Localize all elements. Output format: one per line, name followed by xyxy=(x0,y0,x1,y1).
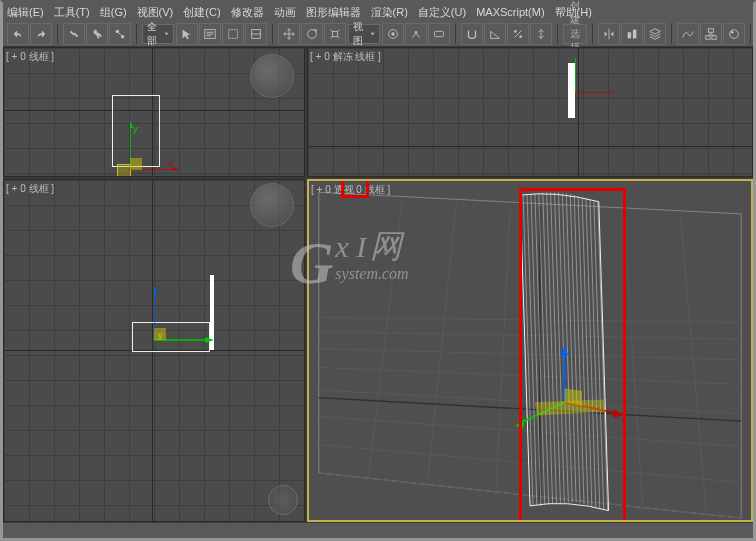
menu-rendering[interactable]: 渲染(R) xyxy=(371,5,408,20)
svg-point-12 xyxy=(519,35,522,38)
svg-line-53 xyxy=(680,213,707,516)
svg-rect-31 xyxy=(130,158,142,170)
svg-point-18 xyxy=(730,29,739,38)
menu-modifiers[interactable]: 修改器 xyxy=(231,5,264,20)
svg-text:y: y xyxy=(133,124,138,134)
undo-button[interactable] xyxy=(7,23,29,45)
svg-line-49 xyxy=(427,202,456,489)
viewcube-icon[interactable] xyxy=(250,183,294,227)
menu-edit[interactable]: 编辑(E) xyxy=(7,5,44,20)
svg-marker-35 xyxy=(154,285,157,294)
svg-point-9 xyxy=(415,30,418,33)
svg-rect-15 xyxy=(708,28,713,32)
menu-create[interactable]: 创建(C) xyxy=(183,5,220,20)
svg-point-19 xyxy=(731,30,734,33)
svg-point-11 xyxy=(514,30,517,33)
viewport-perspective[interactable]: [ + 0 透视 0 线框 ] xyxy=(307,179,753,522)
svg-point-7 xyxy=(391,32,395,36)
snap-toggle-button[interactable] xyxy=(461,23,483,45)
menu-view[interactable]: 视图(V) xyxy=(137,5,174,20)
object-curtain-front xyxy=(568,63,575,118)
highlight-box-small xyxy=(341,179,369,198)
named-selection-input[interactable]: 创建选择集 xyxy=(563,24,587,44)
spinner-snap-button[interactable] xyxy=(530,23,552,45)
selection-filter-label: 全部 xyxy=(147,20,160,48)
viewcube-icon[interactable] xyxy=(250,54,294,98)
menu-graph-editors[interactable]: 图形编辑器 xyxy=(306,5,361,20)
window-crossing-button[interactable] xyxy=(245,23,267,45)
select-object-button[interactable] xyxy=(176,23,198,45)
object-block xyxy=(117,164,131,177)
main-toolbar: 全部 视图 创建 xyxy=(3,21,753,47)
select-scale-button[interactable] xyxy=(324,23,346,45)
viewport-label-left: [ + 0 线框 ] xyxy=(6,182,54,196)
percent-snap-button[interactable] xyxy=(507,23,529,45)
timeline-bar[interactable] xyxy=(3,522,753,538)
move-gizmo-front[interactable] xyxy=(575,47,635,93)
menubar: 编辑(E) 工具(T) 组(G) 视图(V) 创建(C) 修改器 动画 图形编辑… xyxy=(3,3,753,21)
svg-rect-17 xyxy=(712,35,716,39)
menu-tools[interactable]: 工具(T) xyxy=(54,5,90,20)
svg-line-48 xyxy=(368,200,402,481)
highlight-box-large xyxy=(519,188,626,522)
selection-filter-dropdown[interactable]: 全部 xyxy=(142,24,174,44)
svg-rect-16 xyxy=(706,35,710,39)
unlink-button[interactable] xyxy=(86,23,108,45)
angle-snap-button[interactable] xyxy=(484,23,506,45)
viewport-left[interactable]: [ + 0 线框 ] y xyxy=(3,179,305,522)
app-frame: 编辑(E) 工具(T) 组(G) 视图(V) 创建(C) 修改器 动画 图形编辑… xyxy=(0,0,756,541)
redo-button[interactable] xyxy=(30,23,52,45)
svg-rect-3 xyxy=(229,29,238,38)
viewport-top[interactable]: [ + 0 线框 ] y x xyxy=(3,47,305,177)
svg-marker-29 xyxy=(172,167,180,170)
move-gizmo-left[interactable]: y xyxy=(154,280,214,340)
svg-line-52 xyxy=(623,210,643,512)
mirror-button[interactable] xyxy=(598,23,620,45)
svg-rect-6 xyxy=(332,31,337,36)
select-by-name-button[interactable] xyxy=(199,23,221,45)
svg-rect-10 xyxy=(435,31,444,36)
viewport-label-front: [ + 0 解冻 线框 ] xyxy=(310,50,381,64)
svg-line-50 xyxy=(496,205,511,498)
svg-rect-13 xyxy=(628,32,632,38)
reference-coordinate-dropdown[interactable]: 视图 xyxy=(348,24,380,44)
viewport-front[interactable]: [ + 0 解冻 线框 ] xyxy=(307,47,753,177)
svg-point-5 xyxy=(308,29,317,38)
schematic-view-button[interactable] xyxy=(700,23,722,45)
reference-coordinate-label: 视图 xyxy=(353,20,366,48)
menu-customize[interactable]: 自定义(U) xyxy=(418,5,466,20)
viewport-label-top: [ + 0 线框 ] xyxy=(6,50,54,64)
link-button[interactable] xyxy=(63,23,85,45)
svg-rect-14 xyxy=(633,29,637,38)
select-rotate-button[interactable] xyxy=(301,23,323,45)
layers-button[interactable] xyxy=(644,23,666,45)
keyboard-shortcut-button[interactable] xyxy=(428,23,450,45)
move-gizmo[interactable]: y x xyxy=(130,110,190,170)
manipulate-button[interactable] xyxy=(405,23,427,45)
menu-animation[interactable]: 动画 xyxy=(274,5,296,20)
pivot-center-button[interactable] xyxy=(382,23,404,45)
menu-maxscript[interactable]: MAXScript(M) xyxy=(476,6,544,18)
svg-marker-37 xyxy=(205,337,214,343)
material-editor-button[interactable] xyxy=(723,23,745,45)
svg-text:x: x xyxy=(168,158,173,168)
viewport-container: [ + 0 线框 ] y x [ + 0 解冻 线框 ] xyxy=(3,47,753,522)
menu-group[interactable]: 组(G) xyxy=(100,5,127,20)
steering-wheel-icon[interactable] xyxy=(268,485,298,515)
align-button[interactable] xyxy=(621,23,643,45)
svg-rect-39 xyxy=(154,328,166,340)
curve-editor-button[interactable] xyxy=(677,23,699,45)
select-move-button[interactable] xyxy=(278,23,300,45)
select-region-button[interactable] xyxy=(222,23,244,45)
bind-button[interactable] xyxy=(109,23,131,45)
